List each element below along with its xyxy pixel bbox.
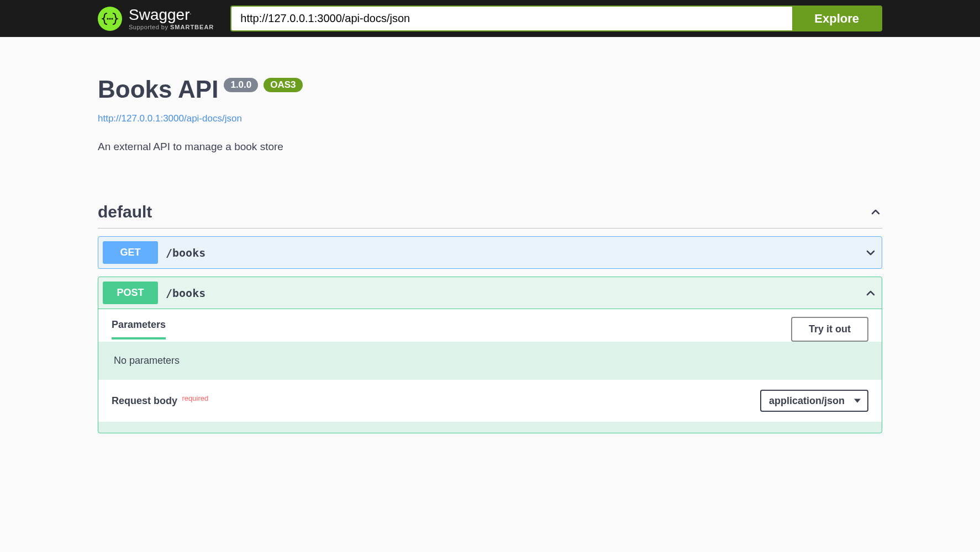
tag-name: default (98, 203, 152, 221)
svg-point-1 (109, 18, 110, 19)
svg-point-2 (111, 18, 113, 19)
supported-by-text: Supported by SMARTBEAR (129, 24, 214, 30)
api-title-row: Books API 1.0.0 OAS3 (98, 76, 882, 103)
oas-badge: OAS3 (264, 78, 302, 92)
spec-url-link[interactable]: http://127.0.0.1:3000/api-docs/json (98, 113, 242, 124)
swagger-icon (98, 7, 122, 31)
svg-point-0 (107, 18, 108, 19)
api-title: Books API (98, 76, 218, 103)
operation-summary[interactable]: GET /books (98, 237, 882, 268)
topbar: Swagger. Supported by SMARTBEAR Explore (0, 0, 980, 37)
operation-get-books: GET /books (98, 236, 882, 269)
content-type-select[interactable]: application/json (760, 390, 868, 412)
parameters-header: Parameters Try it out (98, 309, 882, 342)
explore-button[interactable]: Explore (792, 7, 881, 30)
version-badge: 1.0.0 (224, 78, 258, 92)
chevron-down-icon (864, 246, 877, 259)
tag-header-default[interactable]: default (98, 203, 882, 229)
brand-text: Swagger. (129, 7, 214, 23)
method-badge-get: GET (103, 241, 158, 264)
chevron-up-icon (864, 286, 877, 300)
required-badge: required (182, 394, 208, 402)
spec-url-form: Explore (230, 6, 882, 31)
chevron-up-icon (869, 205, 882, 219)
method-badge-post: POST (103, 282, 158, 304)
try-it-out-button[interactable]: Try it out (791, 317, 868, 342)
request-body-label: Request body (112, 396, 177, 407)
spec-url-input[interactable] (231, 7, 792, 30)
operation-path: /books (166, 246, 864, 259)
operation-path: /books (166, 286, 864, 300)
swagger-logo[interactable]: Swagger. Supported by SMARTBEAR (98, 7, 214, 31)
api-description: An external API to manage a book store (98, 141, 882, 153)
operation-summary[interactable]: POST /books (98, 277, 882, 309)
request-body-header: Request body required application/json (98, 380, 882, 422)
operation-post-books: POST /books Parameters Try it out No par… (98, 277, 882, 433)
parameters-tab[interactable]: Parameters (112, 319, 166, 339)
no-parameters-text: No parameters (98, 342, 882, 380)
